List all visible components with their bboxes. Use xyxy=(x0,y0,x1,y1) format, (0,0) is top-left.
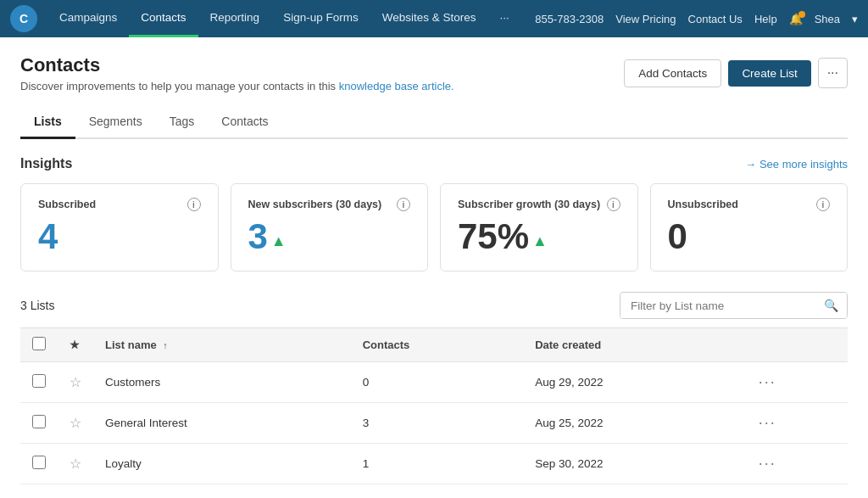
top-navigation: C Campaigns Contacts Reporting Sign-up F… xyxy=(0,0,868,37)
td-checkbox-1 xyxy=(20,362,58,403)
nav-user[interactable]: Shea xyxy=(815,13,840,25)
nav-bell-icon[interactable]: 🔔 xyxy=(789,13,803,25)
unsubscribed-value: 0 xyxy=(668,216,831,257)
table-header: ★ List name ↑ Contacts Date created xyxy=(20,328,848,362)
nav-help[interactable]: Help xyxy=(754,13,777,25)
nav-item-websites[interactable]: Websites & Stores xyxy=(370,0,488,37)
th-contacts: Contacts xyxy=(351,328,523,362)
app-logo: C xyxy=(10,5,37,32)
table-body: ☆ Customers 0 Aug 29, 2022 ··· ☆ General… xyxy=(20,362,848,484)
td-star-1[interactable]: ☆ xyxy=(58,362,93,403)
table-row: ☆ Customers 0 Aug 29, 2022 ··· xyxy=(20,362,848,403)
row-actions-icon-3[interactable]: ··· xyxy=(759,455,776,472)
page-header: Contacts Discover improvements to help y… xyxy=(20,54,848,92)
tab-contacts[interactable]: Contacts xyxy=(208,106,281,139)
nav-item-signupforms[interactable]: Sign-up Forms xyxy=(271,0,370,37)
list-count: 3 Lists xyxy=(20,299,54,312)
td-actions-3[interactable]: ··· xyxy=(747,444,848,484)
list-header: 3 Lists 🔍 xyxy=(20,292,848,319)
nav-item-more[interactable]: ··· xyxy=(487,0,520,37)
table-row: ☆ Loyalty 1 Sep 30, 2022 ··· xyxy=(20,444,848,484)
td-list-name-2[interactable]: General Interest xyxy=(93,403,351,444)
td-star-2[interactable]: ☆ xyxy=(58,403,93,444)
td-date-2: Aug 25, 2022 xyxy=(523,403,747,444)
th-checkbox xyxy=(20,328,58,362)
tabs: Lists Segments Tags Contacts xyxy=(20,106,848,139)
bell-notification-dot xyxy=(798,11,805,18)
nav-user-chevron-icon[interactable]: ▾ xyxy=(852,13,858,25)
info-icon-subscribed[interactable]: i xyxy=(187,198,201,211)
nav-item-reporting[interactable]: Reporting xyxy=(198,0,272,37)
header-more-button[interactable]: ··· xyxy=(818,58,848,88)
td-contacts-1: 0 xyxy=(351,362,523,403)
page-title-block: Contacts Discover improvements to help y… xyxy=(20,54,454,92)
td-list-name-3[interactable]: Loyalty xyxy=(93,444,351,484)
insight-card-subscribed: Subscribed i 4 xyxy=(20,183,219,271)
star-header-icon: ★ xyxy=(70,339,80,351)
tab-lists[interactable]: Lists xyxy=(20,106,75,139)
td-star-3[interactable]: ☆ xyxy=(58,444,93,484)
up-arrow-icon: ▲ xyxy=(271,232,287,250)
row-checkbox-3[interactable] xyxy=(32,456,46,469)
th-list-name[interactable]: List name ↑ xyxy=(93,328,351,362)
star-icon-row2[interactable]: ☆ xyxy=(70,416,81,430)
row-checkbox-2[interactable] xyxy=(32,415,46,428)
filter-input[interactable] xyxy=(620,294,815,318)
td-date-3: Sep 30, 2022 xyxy=(523,444,747,484)
nav-item-campaigns[interactable]: Campaigns xyxy=(47,0,129,37)
page-subtitle: Discover improvements to help you manage… xyxy=(20,80,454,92)
td-contacts-3: 1 xyxy=(351,444,523,484)
growth-value: 75% ▲ xyxy=(458,216,620,257)
see-more-insights-link[interactable]: → See more insights xyxy=(745,158,848,171)
insights-title: Insights xyxy=(20,156,72,171)
nav-item-contacts[interactable]: Contacts xyxy=(129,0,198,37)
info-icon-new-subscribers[interactable]: i xyxy=(397,198,410,211)
search-icon[interactable]: 🔍 xyxy=(815,293,847,318)
tab-tags[interactable]: Tags xyxy=(156,106,209,139)
td-date-1: Aug 29, 2022 xyxy=(523,362,747,403)
td-contacts-2: 3 xyxy=(351,403,523,444)
knowledge-base-link[interactable]: knowledge base article. xyxy=(339,80,454,92)
page-title: Contacts xyxy=(20,54,454,76)
up-arrow-growth-icon: ▲ xyxy=(532,232,548,250)
th-star: ★ xyxy=(58,328,93,362)
insights-header: Insights → See more insights xyxy=(20,156,848,171)
td-actions-2[interactable]: ··· xyxy=(747,403,848,444)
insight-card-unsubscribed: Unsubscribed i 0 xyxy=(650,183,849,271)
nav-view-pricing[interactable]: View Pricing xyxy=(615,13,676,25)
arrow-right-icon: → xyxy=(745,158,756,171)
th-date-created: Date created xyxy=(523,328,747,362)
contacts-table: ★ List name ↑ Contacts Date created xyxy=(20,327,848,484)
td-actions-1[interactable]: ··· xyxy=(747,362,848,403)
star-icon-row1[interactable]: ☆ xyxy=(70,375,81,389)
select-all-checkbox[interactable] xyxy=(32,337,46,350)
row-checkbox-1[interactable] xyxy=(32,374,46,388)
page-content: Contacts Discover improvements to help y… xyxy=(0,37,868,498)
filter-container: 🔍 xyxy=(620,292,848,319)
tab-segments[interactable]: Segments xyxy=(75,106,156,139)
header-actions: Add Contacts Create List ··· xyxy=(624,58,848,88)
nav-phone: 855-783-2308 xyxy=(535,13,604,25)
td-list-name-1[interactable]: Customers xyxy=(93,362,351,403)
lists-section: 3 Lists 🔍 ★ List name ↑ xyxy=(20,292,848,484)
info-icon-unsubscribed[interactable]: i xyxy=(816,198,830,211)
new-subscribers-value: 3 ▲ xyxy=(248,216,411,257)
insight-card-new-subscribers: New subscribers (30 days) i 3 ▲ xyxy=(231,183,429,271)
info-icon-growth[interactable]: i xyxy=(607,198,620,211)
row-actions-icon-1[interactable]: ··· xyxy=(759,373,776,390)
table-row: ☆ General Interest 3 Aug 25, 2022 ··· xyxy=(20,403,848,444)
nav-contact-us[interactable]: Contact Us xyxy=(688,13,743,25)
td-checkbox-3 xyxy=(20,444,58,484)
row-actions-icon-2[interactable]: ··· xyxy=(759,414,776,431)
add-contacts-button[interactable]: Add Contacts xyxy=(624,59,721,87)
insight-cards: Subscribed i 4 New subscribers (30 days)… xyxy=(20,183,848,271)
create-list-button[interactable]: Create List xyxy=(728,60,810,87)
nav-items: Campaigns Contacts Reporting Sign-up For… xyxy=(47,0,535,37)
sort-icon: ↑ xyxy=(163,340,168,350)
subscribed-value: 4 xyxy=(38,216,201,257)
star-icon-row3[interactable]: ☆ xyxy=(70,456,81,471)
insight-card-growth: Subscriber growth (30 days) i 75% ▲ xyxy=(440,183,638,271)
th-actions xyxy=(747,328,848,362)
td-checkbox-2 xyxy=(20,403,58,444)
nav-right: 855-783-2308 View Pricing Contact Us Hel… xyxy=(535,13,858,25)
